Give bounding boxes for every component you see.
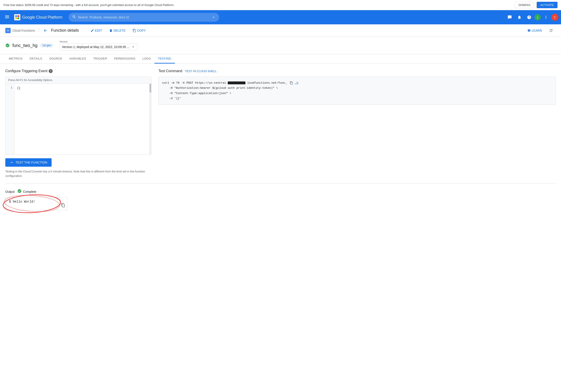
learn-button[interactable]: LEARN: [525, 27, 545, 34]
more-options-icon-btn[interactable]: [541, 13, 550, 22]
test-command-panel: Test Command TEST IN CLOUD SHELL curl -m…: [158, 69, 556, 178]
header-right-actions: 1 C: [505, 13, 558, 22]
status-icon: [5, 43, 10, 48]
command-line-2: -H "Authorization:bearer $(gcloud auth p…: [162, 86, 552, 90]
command-line-3: -H "Content-Type:application/json" \: [162, 91, 552, 96]
command-line-1: curl -m 70 -X POST https://us-central lo…: [162, 80, 552, 86]
test-command-header: Test Command TEST IN CLOUD SHELL: [158, 69, 556, 73]
cloud-functions-icon: [5, 28, 11, 33]
learn-label: LEARN: [532, 29, 542, 32]
refresh-button[interactable]: [546, 27, 556, 34]
edit-button[interactable]: EDIT: [88, 27, 105, 34]
logo-grid-icon: [14, 14, 20, 20]
tab-details[interactable]: DETAILS: [26, 54, 46, 64]
chat-icon-btn[interactable]: [505, 13, 514, 22]
hostname-partial: .h: [295, 81, 298, 85]
svg-point-1: [8, 30, 8, 31]
timeout-note: Testing in the Cloud Console has a 5 min…: [5, 169, 151, 178]
tab-source[interactable]: SOURCE: [46, 54, 66, 64]
output-content: $ Hello World!: [9, 200, 35, 203]
tab-metrics[interactable]: METRICS: [5, 54, 26, 64]
test-function-icon: [10, 161, 14, 164]
svg-rect-5: [8, 30, 9, 30]
logo-text: Google Cloud Platform: [22, 15, 62, 20]
command-line-4: -d '{}': [162, 96, 552, 101]
tab-permissions[interactable]: PERMISSIONS: [111, 54, 139, 64]
redacted-url: [228, 81, 245, 84]
separator: [5, 183, 556, 184]
output-label: Output: [5, 190, 15, 194]
breadcrumb-actions: EDIT DELETE COPY: [88, 27, 149, 34]
breadcrumb-bar: Cloud Functions / Function details EDIT …: [0, 24, 561, 37]
output-section: Output Complete $ Hello World!: [0, 189, 561, 216]
command-box: curl -m 70 -X POST https://us-central lo…: [158, 76, 556, 105]
search-dropdown-icon: [212, 15, 216, 19]
svg-point-11: [12, 162, 13, 163]
breadcrumb-divider: /: [38, 28, 40, 33]
configure-help-icon[interactable]: ?: [49, 69, 53, 73]
breadcrumb-service[interactable]: Cloud Functions: [5, 28, 35, 33]
configure-title: Configure Triggering Event ?: [5, 69, 151, 73]
help-icon-btn[interactable]: [525, 13, 534, 22]
complete-badge: Complete: [17, 189, 36, 194]
svg-rect-3: [7, 30, 8, 30]
output-header: Output Complete: [5, 189, 556, 194]
svg-rect-8: [8, 31, 9, 31]
edit-label: EDIT: [95, 29, 102, 32]
test-function-label: TEST THE FUNCTION: [15, 161, 47, 164]
page-title: Function details: [51, 28, 79, 33]
test-command-title: Test Command: [158, 69, 182, 73]
output-box-wrapper: $ Hello World!: [5, 197, 67, 210]
function-header: func_two_hg 1st gen Version Version 1, d…: [0, 37, 561, 54]
copy-button[interactable]: COPY: [130, 27, 149, 34]
svg-rect-6: [7, 31, 8, 31]
search-container: [69, 13, 219, 22]
editor-body: 1 {}: [6, 84, 151, 154]
copy-command-icon[interactable]: [290, 81, 293, 85]
complete-check-icon: [17, 189, 22, 194]
version-selector: Version Version 1, deployed at May 12, 2…: [60, 40, 138, 51]
configure-panel: Configure Triggering Event ? Press Alt+F…: [5, 69, 151, 178]
line-numbers: 1: [6, 84, 14, 154]
editor-scrollbar[interactable]: [149, 84, 151, 154]
cloud-shell-link[interactable]: TEST IN CLOUD SHELL: [185, 69, 217, 73]
notifications-icon-btn[interactable]: [515, 13, 524, 22]
search-box[interactable]: [69, 13, 219, 22]
search-input[interactable]: [78, 15, 210, 19]
banner-text: Free trial status: $299.99 credit and 73…: [3, 3, 174, 7]
header-logo[interactable]: Google Cloud Platform: [14, 14, 62, 20]
service-name: Cloud Functions: [12, 29, 35, 32]
activate-button[interactable]: ACTIVATE: [537, 2, 558, 8]
editor-accessibility-hint: Press Alt+F1 for Accessibility Options.: [6, 77, 151, 84]
search-icon: [72, 15, 76, 20]
dropdown-arrow-icon: [131, 45, 135, 49]
main-content: Configure Triggering Event ? Press Alt+F…: [0, 64, 561, 183]
code-editor: Press Alt+F1 for Accessibility Options. …: [5, 76, 151, 155]
svg-rect-7: [8, 31, 8, 31]
delete-label: DELETE: [114, 29, 126, 32]
complete-status: Complete: [23, 190, 36, 194]
top-header: Google Cloud Platform: [0, 10, 561, 24]
tab-testing[interactable]: TESTING: [154, 54, 175, 64]
function-name: func_two_hg: [12, 43, 37, 48]
version-label: Version: [60, 40, 138, 43]
tab-logs[interactable]: LOGS: [139, 54, 154, 64]
dismiss-button[interactable]: DISMISS: [515, 2, 534, 8]
version-value: Version 1, deployed at May 12, 2022, 10:…: [62, 45, 129, 49]
free-trial-banner: Free trial status: $299.99 credit and 73…: [0, 0, 561, 10]
menu-icon[interactable]: [3, 12, 11, 22]
svg-point-0: [7, 30, 8, 31]
tab-trigger[interactable]: TRIGGER: [90, 54, 111, 64]
breadcrumb-right: LEARN: [525, 27, 556, 34]
svg-point-2: [8, 30, 9, 31]
delete-button[interactable]: DELETE: [107, 27, 128, 34]
output-copy-button[interactable]: [61, 203, 65, 208]
user-avatar[interactable]: C: [551, 14, 558, 21]
test-function-button[interactable]: TEST THE FUNCTION: [5, 158, 52, 167]
tab-variables[interactable]: VARIABLES: [66, 54, 90, 64]
function-tabs: METRICS DETAILS SOURCE VARIABLES TRIGGER…: [0, 54, 561, 64]
back-button[interactable]: [43, 28, 48, 33]
version-dropdown[interactable]: Version 1, deployed at May 12, 2022, 10:…: [60, 44, 138, 51]
notification-badge[interactable]: 1: [534, 14, 541, 20]
editor-content[interactable]: {}: [14, 84, 149, 154]
